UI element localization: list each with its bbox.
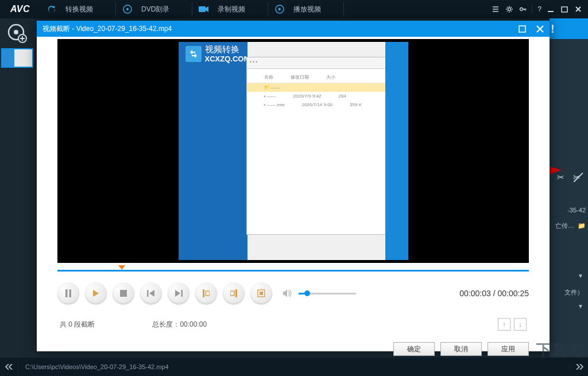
svg-point-8 — [14, 30, 18, 34]
svg-rect-17 — [181, 290, 183, 297]
disc-icon — [122, 3, 133, 15]
video-scrubber[interactable] — [57, 266, 529, 274]
time-display: 00:00:03 / 00:00:25 — [459, 289, 529, 298]
apply-button[interactable]: 应用 — [488, 342, 529, 356]
right-panel-header: ! — [550, 18, 588, 39]
svg-rect-14 — [69, 289, 72, 297]
top-menu-bar: AVC 转换视频 DVD刻录 录制视频 播放视频 ? — [0, 0, 588, 18]
play-button[interactable] — [85, 282, 107, 304]
dialog-buttons: 确定 取消 应用 — [37, 331, 550, 356]
gear-icon[interactable] — [504, 4, 514, 14]
format-fragment: 文件） — [564, 288, 583, 297]
svg-point-5 — [520, 8, 523, 11]
trim-dialog: 视频截断 - Video_20-07-29_16-35-42.mp4 视频转换 … — [37, 21, 550, 351]
list-icon[interactable] — [490, 4, 501, 14]
dialog-close-button[interactable] — [536, 25, 544, 33]
stop-button[interactable] — [113, 282, 134, 304]
watermark-site: XCXZQ.COM — [205, 55, 250, 64]
trim-stats: 共 0 段截断 总长度：00:00:00 ↑ ↓ — [37, 304, 550, 331]
volume-slider[interactable] — [299, 293, 356, 294]
app-logo: AVC — [0, 4, 40, 14]
mark-in-button[interactable] — [195, 282, 217, 304]
move-down-button[interactable]: ↓ — [514, 318, 527, 331]
dialog-title: 视频截断 - Video_20-07-29_16-35-42.mp4 — [42, 24, 172, 34]
svg-rect-19 — [235, 289, 237, 297]
play-icon — [274, 3, 285, 15]
alert-icon: ! — [551, 22, 555, 36]
cancel-button[interactable]: 取消 — [440, 342, 482, 356]
system-buttons: ? — [490, 4, 588, 14]
total-duration: 总长度：00:00:00 — [152, 320, 207, 330]
svg-rect-15 — [120, 290, 127, 297]
svg-rect-12 — [519, 26, 525, 32]
left-toolbar — [0, 18, 34, 357]
folder-icon[interactable]: 📁 — [578, 222, 586, 230]
dialog-maximize-button[interactable] — [519, 25, 526, 33]
add-disc-button[interactable] — [7, 23, 28, 44]
volume-icon[interactable] — [283, 289, 293, 298]
scrubber-marker[interactable] — [118, 265, 125, 270]
site-watermark: 下装吧 — [536, 340, 585, 360]
svg-rect-16 — [147, 290, 149, 297]
status-bar: C:\Users\pc\Videos\Video_20-07-29_16-35-… — [0, 358, 588, 376]
tab-label: 播放视频 — [293, 5, 321, 14]
prev-button[interactable] — [140, 282, 162, 304]
snapshot-button[interactable] — [250, 282, 272, 304]
svg-rect-18 — [203, 289, 204, 297]
dropdown-arrow-icon[interactable]: ▼ — [578, 303, 583, 309]
close-button[interactable] — [573, 4, 583, 14]
volume-control — [283, 289, 356, 298]
scrubber-track — [57, 270, 529, 272]
trim-tools: ✂ ✂ — [557, 172, 585, 184]
key-icon[interactable] — [518, 4, 528, 14]
next-button[interactable] — [168, 282, 189, 304]
svg-rect-2 — [199, 6, 206, 12]
tab-record[interactable]: 录制视频 — [192, 0, 268, 18]
tab-dvd[interactable]: DVD刻录 — [116, 0, 192, 18]
collapse-right-button[interactable] — [570, 364, 588, 370]
video-thumbnail[interactable] — [1, 48, 33, 68]
svg-rect-6 — [562, 7, 567, 12]
thumbnail-list — [0, 48, 34, 68]
ok-button[interactable]: 确定 — [393, 342, 435, 356]
refresh-icon — [46, 3, 57, 15]
camera-icon — [198, 3, 210, 15]
scissors-icon[interactable]: ✂ — [557, 172, 568, 184]
svg-rect-13 — [65, 289, 68, 297]
move-up-button[interactable]: ↑ — [498, 318, 510, 331]
minimize-button[interactable] — [546, 4, 556, 14]
tab-label: DVD刻录 — [141, 5, 169, 14]
video-watermark: 视频转换 XCXZQ.COM — [185, 44, 250, 64]
dropdown-arrow-icon[interactable]: ▼ — [578, 273, 583, 279]
segment-count: 共 0 段截断 — [60, 320, 95, 330]
file-path: C:\Users\pc\Videos\Video_20-07-29_16-35-… — [18, 363, 169, 370]
mark-out-button[interactable] — [223, 282, 245, 304]
upload-fragment: 亡传… 📁 — [551, 222, 586, 230]
tab-label: 转换视频 — [65, 5, 93, 14]
tab-convert[interactable]: 转换视频 — [40, 0, 116, 18]
help-icon[interactable]: ? — [532, 4, 542, 14]
maximize-button[interactable] — [559, 4, 570, 14]
scissors-disabled-icon[interactable]: ✂ — [573, 172, 585, 184]
dialog-titlebar[interactable]: 视频截断 - Video_20-07-29_16-35-42.mp4 — [37, 21, 550, 37]
collapse-left-button[interactable] — [0, 358, 18, 376]
tab-label: 录制视频 — [218, 5, 245, 14]
video-preview[interactable]: 视频转换 XCXZQ.COM ▪ ▪ ▪ 名称修改日期大小 📁 —— ▪ ——2… — [57, 39, 529, 263]
tab-play[interactable]: 播放视频 — [268, 0, 344, 18]
watermark-label: 视频转换 — [205, 44, 250, 55]
pause-button[interactable] — [57, 282, 79, 304]
file-name-fragment: -35-42 — [551, 207, 586, 214]
svg-rect-21 — [260, 292, 263, 295]
svg-point-4 — [508, 8, 511, 11]
svg-point-1 — [126, 8, 129, 10]
preview-content: ▪ ▪ ▪ 名称修改日期大小 📁 —— ▪ ——2020/7/9 9:42284… — [246, 57, 401, 235]
convert-icon — [185, 46, 202, 62]
transport-controls: 00:00:03 / 00:00:25 — [37, 274, 550, 304]
video-frame: 视频转换 XCXZQ.COM ▪ ▪ ▪ 名称修改日期大小 📁 —— ▪ ——2… — [179, 42, 408, 260]
